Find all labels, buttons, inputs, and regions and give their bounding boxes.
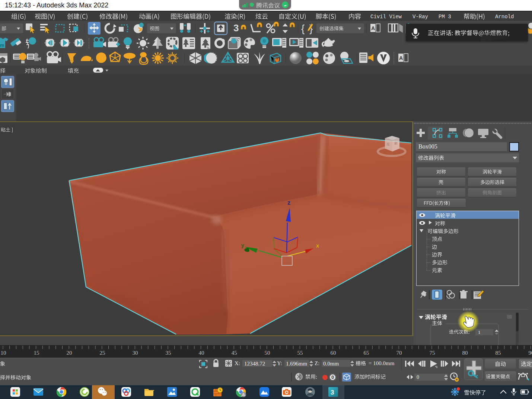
svg-text:y: y — [241, 242, 244, 248]
svg-text:z: z — [287, 200, 290, 206]
svg-text:3: 3 — [331, 389, 334, 396]
svg-text:x: x — [316, 242, 319, 249]
svg-text:A: A — [399, 55, 403, 61]
svg-text:m: m — [0, 42, 4, 48]
svg-text:3: 3 — [233, 22, 239, 33]
svg-text:前: 前 — [394, 141, 398, 145]
svg-text:左: 左 — [386, 142, 390, 146]
svg-text:{: { — [301, 23, 305, 34]
svg-text:A: A — [371, 25, 375, 31]
